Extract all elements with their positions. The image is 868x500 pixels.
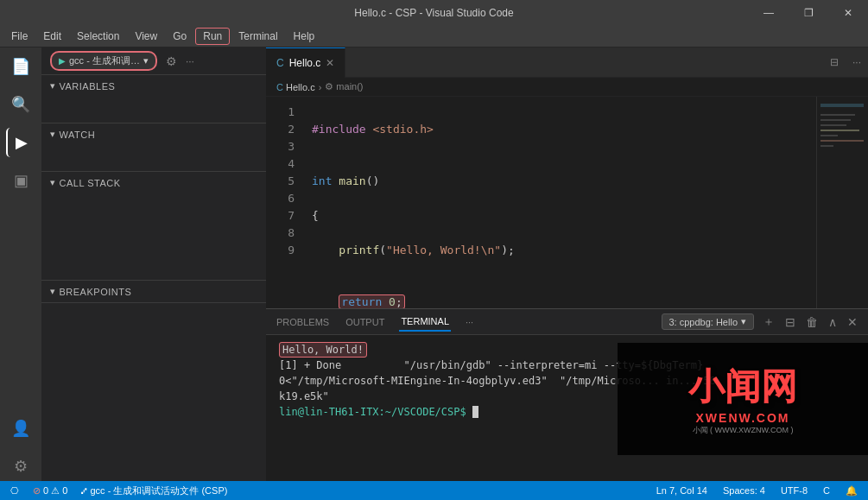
error-icon: ⊘ [33, 485, 41, 496]
language-status[interactable]: C [820, 485, 833, 496]
panel-close-button[interactable]: ✕ [846, 313, 859, 331]
feedback-status[interactable]: 🔔 [842, 485, 861, 497]
terminal-cursor [472, 406, 478, 418]
run-toolbar: ▶ gcc - 生成和调… ▾ ⚙ ··· [41, 47, 266, 75]
code-editor: 1 2 3 4 5 6 7 8 9 #include <stdio.h> int… [266, 97, 868, 308]
menu-run[interactable]: Run [195, 28, 230, 45]
watch-header[interactable]: ▾ WATCH [41, 123, 266, 145]
warning-count: 0 [62, 485, 67, 496]
run-debug-button[interactable]: ▶ gcc - 生成和调… ▾ [50, 51, 157, 71]
tab-more[interactable]: ··· [464, 313, 475, 331]
panel-maximize-button[interactable]: ∧ [827, 313, 839, 331]
breadcrumb-file-label: Hello.c [286, 82, 315, 92]
breadcrumb-file[interactable]: C Hello.c [276, 82, 315, 92]
activity-extensions[interactable]: ▣ [6, 166, 35, 195]
language-label: C [823, 485, 830, 496]
menubar: File Edit Selection View Go Run Terminal… [0, 26, 868, 47]
position-status[interactable]: Ln 7, Col 14 [653, 485, 711, 496]
variables-label: VARIABLES [60, 81, 116, 92]
breadcrumb: C Hello.c › ⚙ main() [266, 78, 868, 97]
menu-terminal[interactable]: Terminal [231, 28, 284, 44]
watermark-overlay: 小闻网 XWENW.COM 小闻 ( WWW.XWZNW.COM ) [618, 343, 868, 455]
cursor-position: Ln 7, Col 14 [656, 485, 707, 496]
callstack-section: ▾ CALL STACK [41, 172, 266, 281]
titlebar: Hello.c - CSP - Visual Studio Code — ❐ ✕ [0, 0, 868, 26]
close-button[interactable]: ✕ [828, 0, 868, 26]
statusbar-left: ⎔ ⊘ 0 ⚠ 0 ⑇ gcc - 生成和调试活动文件 (CSP) [7, 484, 231, 497]
watch-chevron-icon: ▾ [50, 129, 56, 140]
activity-settings[interactable]: ⚙ [6, 452, 35, 481]
debug-settings-icon[interactable]: ⚙ [162, 53, 181, 70]
tab-output[interactable]: OUTPUT [344, 313, 386, 331]
run-button-label: gcc - 生成和调… [69, 54, 140, 67]
terminal-hello-output: Hello, World! [279, 342, 367, 358]
branch-icon: ⑇ [81, 485, 87, 496]
minimize-button[interactable]: — [749, 0, 789, 26]
tab-hello-c[interactable]: C Hello.c ✕ [266, 47, 345, 78]
activity-search[interactable]: 🔍 [6, 90, 35, 119]
tab-problems[interactable]: PROBLEMS [275, 313, 331, 331]
menu-go[interactable]: Go [166, 28, 193, 44]
menu-file[interactable]: File [4, 28, 35, 44]
tab-close-button[interactable]: ✕ [326, 57, 334, 69]
tab-bar: C Hello.c ✕ ⊟ ··· [266, 47, 868, 78]
breadcrumb-sep: › [319, 82, 322, 92]
terminal-selector[interactable]: 3: cppdbg: Hello ▾ [662, 313, 755, 330]
branch-status[interactable]: ⑇ gcc - 生成和调试活动文件 (CSP) [78, 484, 231, 497]
menu-edit[interactable]: Edit [36, 28, 68, 44]
panel-tabs: PROBLEMS OUTPUT TERMINAL ··· 3: cppdbg: … [266, 309, 868, 335]
errors-status[interactable]: ⊘ 0 ⚠ 0 [29, 485, 71, 497]
menu-selection[interactable]: Selection [70, 28, 126, 44]
activity-bar: 📄 🔍 ▶ ▣ 👤 ⚙ [0, 47, 41, 481]
feedback-icon: 🔔 [846, 485, 858, 496]
dropdown-arrow-icon: ▾ [143, 55, 149, 66]
activity-explorer[interactable]: 📄 [6, 52, 35, 81]
callstack-chevron-icon: ▾ [50, 177, 56, 188]
delete-terminal-button[interactable]: 🗑 [804, 313, 820, 331]
breakpoints-header[interactable]: ▾ BREAKPOINTS [41, 281, 266, 302]
breakpoints-chevron-icon: ▾ [50, 286, 56, 297]
variables-header[interactable]: ▾ VARIABLES [41, 75, 266, 97]
panel: PROBLEMS OUTPUT TERMINAL ··· 3: cppdbg: … [266, 308, 868, 481]
statusbar: ⎔ ⊘ 0 ⚠ 0 ⑇ gcc - 生成和调试活动文件 (CSP) Ln 7, … [0, 481, 868, 500]
titlebar-controls: — ❐ ✕ [749, 0, 868, 26]
watch-content [41, 145, 266, 171]
watch-label: WATCH [60, 130, 96, 140]
line-numbers: 1 2 3 4 5 6 7 8 9 [266, 97, 305, 308]
code-content[interactable]: #include <stdio.h> int main() { printf("… [305, 97, 816, 308]
eol-status[interactable]: UTF-8 [777, 485, 811, 496]
variables-section: ▾ VARIABLES [41, 75, 266, 123]
more-options-icon[interactable]: ··· [186, 55, 194, 67]
callstack-content [41, 193, 266, 280]
watch-section: ▾ WATCH [41, 123, 266, 172]
breadcrumb-fn[interactable]: ⚙ main() [325, 81, 363, 92]
indentation-status[interactable]: Spaces: 4 [719, 485, 769, 496]
editor-more-button[interactable]: ··· [846, 56, 868, 68]
titlebar-title: Hello.c - CSP - Visual Studio Code [354, 7, 513, 19]
editor-area: C Hello.c ✕ ⊟ ··· C Hello.c › ⚙ main() 1… [266, 47, 868, 481]
menu-help[interactable]: Help [287, 28, 322, 44]
tab-label: Hello.c [289, 57, 321, 69]
split-terminal-button[interactable]: ⊟ [783, 313, 797, 331]
activity-accounts[interactable]: 👤 [6, 414, 35, 443]
watermark-small-text: 小闻 ( WWW.XWZNW.COM ) [693, 425, 794, 436]
remote-status[interactable]: ⎔ [7, 485, 22, 497]
tab-file-icon: C [276, 57, 284, 69]
indentation-label: Spaces: 4 [723, 485, 765, 496]
editor-layout-button[interactable]: ⊟ [823, 56, 846, 68]
callstack-label: CALL STACK [60, 178, 121, 188]
statusbar-right: Ln 7, Col 14 Spaces: 4 UTF-8 C 🔔 [653, 485, 861, 497]
add-terminal-button[interactable]: ＋ [761, 313, 776, 332]
error-count: 0 [43, 485, 48, 496]
variables-chevron-icon: ▾ [50, 80, 56, 92]
callstack-header[interactable]: ▾ CALL STACK [41, 172, 266, 193]
eol-label: UTF-8 [781, 485, 808, 496]
sidebar: ▶ gcc - 生成和调… ▾ ⚙ ··· ▾ VARIABLES ▾ WATC… [41, 47, 266, 481]
restore-button[interactable]: ❐ [789, 0, 828, 26]
terminal-dropdown-arrow: ▾ [741, 316, 746, 327]
activity-run-debug[interactable]: ▶ [6, 128, 35, 157]
menu-view[interactable]: View [128, 28, 164, 44]
tab-terminal[interactable]: TERMINAL [399, 313, 451, 332]
terminal-name: 3: cppdbg: Hello [669, 317, 738, 327]
breakpoints-label: BREAKPOINTS [60, 287, 132, 297]
